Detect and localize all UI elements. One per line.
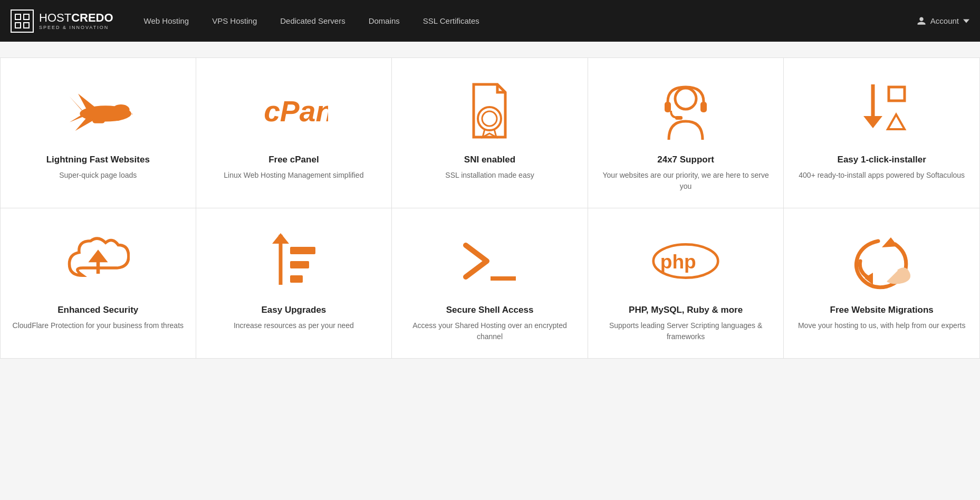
svg-rect-27 xyxy=(290,247,315,254)
feature-cpanel: cPanel Free cPanel Linux Web Hosting Man… xyxy=(196,58,392,208)
nav-domains-link[interactable]: Domains xyxy=(359,11,409,31)
sni-icon-wrap xyxy=(455,79,524,142)
svg-rect-18 xyxy=(675,116,683,120)
features-row-1: Lightning Fast Websites Super-quick page… xyxy=(0,57,980,208)
support-icon-wrap xyxy=(651,79,720,142)
svg-rect-29 xyxy=(290,275,303,283)
installer-icon-wrap xyxy=(848,79,916,142)
svg-rect-17 xyxy=(700,102,707,112)
cpanel-icon: cPanel xyxy=(260,87,328,134)
features-row-2: Enhanced Security CloudFlare Protection … xyxy=(0,208,980,359)
php-icon-wrap: php xyxy=(651,229,720,293)
svg-rect-0 xyxy=(15,14,21,20)
feature-support: 24x7 Support Your websites are our prior… xyxy=(588,58,784,208)
svg-point-15 xyxy=(675,88,696,109)
svg-marker-22 xyxy=(888,114,905,129)
nav-vps-hosting[interactable]: VPS Hosting xyxy=(203,11,266,31)
feature-upgrades-desc: Increase resources as per your need xyxy=(234,320,354,331)
lightning-fast-icon xyxy=(64,82,132,140)
svg-rect-1 xyxy=(24,14,29,20)
logo-credo: CREDO xyxy=(71,11,113,24)
feature-cpanel-title: Free cPanel xyxy=(268,154,319,166)
installer-icon xyxy=(853,82,911,140)
migrations-icon xyxy=(853,232,911,290)
feature-php: php PHP, MySQL, Ruby & more Supports lea… xyxy=(588,208,784,358)
feature-sni-title: SNI enabled xyxy=(464,154,515,166)
feature-installer-title: Easy 1-click-installer xyxy=(838,154,926,166)
feature-security: Enhanced Security CloudFlare Protection … xyxy=(0,208,196,358)
feature-sni-desc: SSL installation made easy xyxy=(445,170,534,181)
svg-marker-33 xyxy=(882,237,898,247)
php-icon: php xyxy=(651,237,720,285)
upgrades-icon xyxy=(270,232,318,290)
migrations-icon-wrap xyxy=(848,229,916,293)
feature-lightning-desc: Super-quick page loads xyxy=(59,170,137,181)
nav-web-hosting-link[interactable]: Web Hosting xyxy=(134,11,199,31)
nav-dedicated-servers-link[interactable]: Dedicated Servers xyxy=(271,11,354,31)
feature-shell: Secure Shell Access Access your Shared H… xyxy=(392,208,588,358)
feature-sni: SNI enabled SSL installation made easy xyxy=(392,58,588,208)
feature-migrations: Free Website Migrations Move your hostin… xyxy=(784,208,980,358)
svg-marker-24 xyxy=(88,249,108,262)
nav-vps-hosting-link[interactable]: VPS Hosting xyxy=(203,11,266,31)
account-menu[interactable]: Account xyxy=(917,16,969,26)
svg-rect-11 xyxy=(92,118,105,123)
svg-rect-3 xyxy=(24,23,29,28)
support-icon xyxy=(659,82,712,140)
feature-installer-desc: 400+ ready-to-install apps powered by So… xyxy=(799,170,965,181)
svg-text:cPanel: cPanel xyxy=(264,95,328,128)
shell-icon xyxy=(458,235,521,287)
svg-rect-28 xyxy=(290,261,309,268)
logo-host: HOST xyxy=(39,11,71,24)
chevron-down-icon xyxy=(963,18,969,24)
svg-marker-10 xyxy=(70,114,84,122)
feature-lightning-title: Lightning Fast Websites xyxy=(46,154,150,166)
feature-support-title: 24x7 Support xyxy=(657,154,714,166)
shell-icon-wrap xyxy=(455,229,524,293)
feature-cpanel-desc: Linux Web Hosting Management simplified xyxy=(224,170,363,181)
feature-php-title: PHP, MySQL, Ruby & more xyxy=(629,304,743,316)
svg-point-14 xyxy=(482,111,497,126)
nav-dedicated-servers[interactable]: Dedicated Servers xyxy=(271,11,354,31)
feature-lightning: Lightning Fast Websites Super-quick page… xyxy=(0,58,196,208)
security-icon-wrap xyxy=(64,229,132,293)
svg-rect-2 xyxy=(15,23,21,28)
feature-security-desc: CloudFlare Protection for your business … xyxy=(13,320,184,331)
logo-icon xyxy=(11,9,34,33)
security-icon xyxy=(66,232,130,290)
logo-tagline: SPEED & INNOVATION xyxy=(39,25,113,31)
feature-php-desc: Supports leading Server Scripting langua… xyxy=(599,320,773,342)
svg-marker-20 xyxy=(863,116,882,128)
nav-domains[interactable]: Domains xyxy=(359,11,409,31)
feature-installer: Easy 1-click-installer 400+ ready-to-ins… xyxy=(784,58,980,208)
logo-text: HOSTCREDO SPEED & INNOVATION xyxy=(39,11,113,31)
feature-shell-desc: Access your Shared Hosting over an encry… xyxy=(402,320,577,342)
sni-icon xyxy=(463,82,516,140)
upgrades-icon-wrap xyxy=(260,229,328,293)
navbar: HOSTCREDO SPEED & INNOVATION Web Hosting… xyxy=(0,0,980,42)
feature-security-title: Enhanced Security xyxy=(57,304,138,316)
svg-marker-26 xyxy=(272,233,289,244)
feature-shell-title: Secure Shell Access xyxy=(446,304,534,316)
feature-support-desc: Your websites are our priority, we are h… xyxy=(599,170,773,192)
feature-upgrades: Easy Upgrades Increase resources as per … xyxy=(196,208,392,358)
feature-migrations-desc: Move your hosting to us, with help from … xyxy=(798,320,965,331)
feature-migrations-title: Free Website Migrations xyxy=(830,304,934,316)
nav-links: Web Hosting VPS Hosting Dedicated Server… xyxy=(134,11,917,31)
svg-text:php: php xyxy=(660,251,696,273)
logo[interactable]: HOSTCREDO SPEED & INNOVATION xyxy=(11,9,113,33)
account-label: Account xyxy=(930,16,959,25)
nav-web-hosting[interactable]: Web Hosting xyxy=(134,11,199,31)
svg-rect-21 xyxy=(889,87,905,101)
feature-upgrades-title: Easy Upgrades xyxy=(261,304,326,316)
cpanel-icon-wrap: cPanel xyxy=(260,79,328,142)
features-section: Lightning Fast Websites Super-quick page… xyxy=(0,57,980,359)
nav-ssl-link[interactable]: SSL Certificates xyxy=(414,11,489,31)
lightning-icon-wrap xyxy=(64,79,132,142)
svg-marker-5 xyxy=(131,113,132,118)
account-icon xyxy=(917,16,926,26)
svg-point-6 xyxy=(112,104,130,115)
nav-ssl-certificates[interactable]: SSL Certificates xyxy=(414,11,489,31)
